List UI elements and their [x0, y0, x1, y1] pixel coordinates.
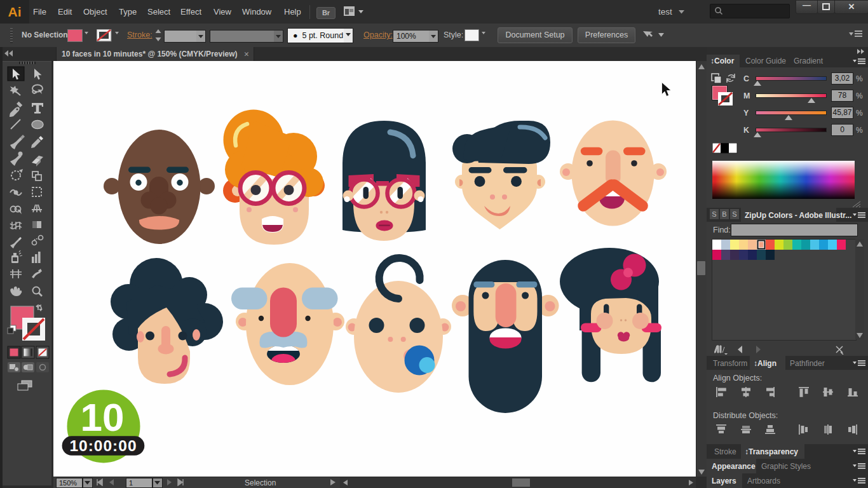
- svg-text:10:00:00: 10:00:00: [69, 437, 137, 454]
- svg-text:10: 10: [81, 395, 125, 439]
